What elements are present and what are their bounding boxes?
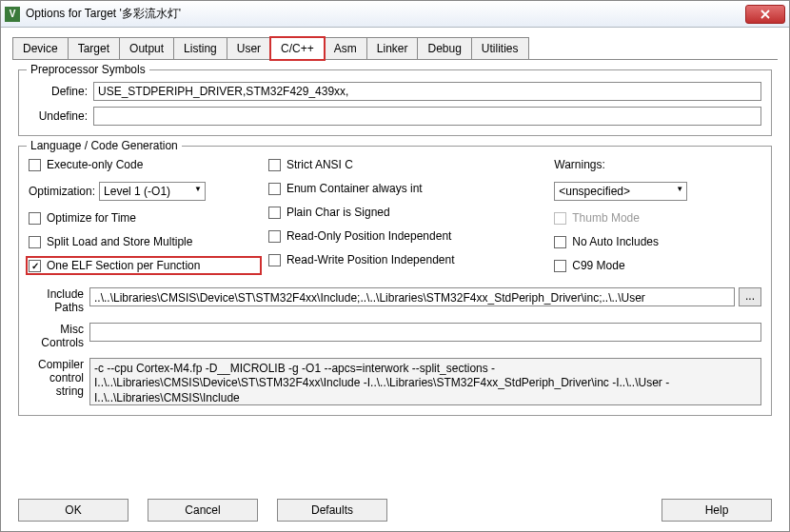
no-auto-inc-checkbox[interactable] [554, 236, 566, 248]
warnings-label: Warnings: [554, 158, 605, 171]
titlebar[interactable]: V Options for Target '多彩流水灯' [1, 1, 789, 28]
undefine-input[interactable] [93, 107, 761, 126]
execute-only-checkbox[interactable] [29, 159, 41, 171]
tab-listing[interactable]: Listing [173, 37, 227, 59]
tab-target[interactable]: Target [68, 37, 120, 59]
readwrite-pi-checkbox[interactable] [268, 254, 281, 266]
compiler-string-display: -c --cpu Cortex-M4.fp -D__MICROLIB -g -O… [89, 358, 761, 405]
close-icon [760, 10, 770, 19]
define-label: Define: [29, 85, 93, 98]
strict-ansi-label[interactable]: Strict ANSI C [286, 158, 353, 171]
app-icon: V [5, 7, 20, 22]
plain-char-checkbox[interactable] [268, 207, 281, 219]
strict-ansi-checkbox[interactable] [268, 159, 281, 171]
misc-controls-input[interactable] [89, 323, 761, 342]
tab-device[interactable]: Device [12, 37, 69, 59]
thumb-mode-checkbox [554, 212, 566, 225]
c99-mode-checkbox[interactable] [554, 260, 566, 272]
tab-debug[interactable]: Debug [417, 37, 471, 59]
preprocessor-group: Preprocessor Symbols Define: Undefine: [18, 69, 772, 136]
optimize-time-label[interactable]: Optimize for Time [47, 211, 136, 225]
defaults-button[interactable]: Defaults [277, 499, 387, 522]
include-paths-label: Include Paths [29, 287, 89, 315]
tab-c-cpp[interactable]: C/C++ [270, 37, 325, 60]
include-paths-browse[interactable]: ... [739, 287, 761, 306]
plain-char-label[interactable]: Plain Char is Signed [286, 206, 390, 219]
language-group: Language / Code Generation Execute-only … [18, 146, 772, 416]
optimize-time-checkbox[interactable] [29, 212, 41, 225]
compiler-string-label: Compiler control string [29, 358, 89, 399]
preprocessor-legend: Preprocessor Symbols [27, 63, 149, 76]
split-load-checkbox[interactable] [29, 236, 41, 248]
no-auto-inc-label[interactable]: No Auto Includes [572, 235, 659, 248]
enum-container-label[interactable]: Enum Container always int [286, 182, 423, 195]
close-button[interactable] [745, 5, 785, 24]
thumb-mode-label: Thumb Mode [572, 211, 640, 225]
c99-mode-label[interactable]: C99 Mode [572, 259, 624, 272]
warnings-dropdown[interactable]: <unspecified> [554, 182, 687, 201]
tab-bar: Device Target Output Listing User C/C++ … [12, 37, 778, 60]
enum-container-checkbox[interactable] [268, 183, 281, 195]
options-dialog: V Options for Target '多彩流水灯' Device Targ… [0, 0, 790, 532]
optimization-dropdown[interactable]: Level 1 (-O1) [99, 182, 206, 201]
optimization-label: Optimization: [29, 185, 99, 198]
undefine-label: Undefine: [29, 109, 93, 123]
tab-asm[interactable]: Asm [324, 37, 367, 59]
tab-content: Preprocessor Symbols Define: Undefine: L… [1, 60, 789, 493]
one-elf-checkbox[interactable] [29, 260, 41, 272]
split-load-label[interactable]: Split Load and Store Multiple [47, 235, 192, 248]
readwrite-pi-label[interactable]: Read-Write Position Independent [286, 253, 455, 266]
one-elf-label[interactable]: One ELF Section per Function [47, 259, 200, 272]
define-input[interactable] [93, 82, 761, 101]
window-title: Options for Target '多彩流水灯' [26, 6, 745, 22]
include-paths-input[interactable]: ..\..\Libraries\CMSIS\Device\ST\STM32F4x… [89, 287, 735, 306]
tab-user[interactable]: User [227, 37, 271, 59]
readonly-pi-label[interactable]: Read-Only Position Independent [286, 229, 451, 243]
language-legend: Language / Code Generation [27, 139, 182, 152]
readonly-pi-checkbox[interactable] [268, 230, 281, 243]
tab-utilities[interactable]: Utilities [471, 37, 529, 59]
execute-only-label[interactable]: Execute-only Code [47, 158, 143, 171]
dialog-buttons: OK Cancel Defaults Help [1, 493, 789, 531]
misc-controls-label: Misc Controls [29, 323, 89, 350]
cancel-button[interactable]: Cancel [148, 499, 258, 522]
help-button[interactable]: Help [662, 499, 772, 522]
tab-output[interactable]: Output [119, 37, 174, 59]
ok-button[interactable]: OK [18, 499, 128, 522]
tab-linker[interactable]: Linker [366, 37, 419, 59]
